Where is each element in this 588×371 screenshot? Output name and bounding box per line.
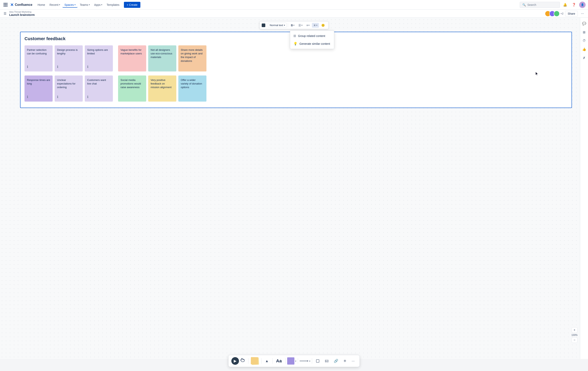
share-button[interactable]: Share: [565, 11, 578, 16]
align-button[interactable]: ≡▾: [305, 23, 311, 28]
nav-templates[interactable]: Templates: [105, 2, 122, 8]
generate-icon: 💡: [294, 42, 297, 46]
right-sidebar: 💬 ⊞ ⏱ 👍 ✗: [580, 18, 588, 359]
link-tool[interactable]: 🔗: [332, 357, 340, 359]
sticky-text: Unclear expectations for ordering: [57, 78, 80, 89]
logo-text: Confluence: [15, 3, 32, 7]
sticky-text: Very positive feedback on mission alignm…: [151, 78, 174, 89]
sticky-text: Offer a wider variety of donation option…: [181, 78, 204, 89]
grid-icon: [4, 3, 7, 7]
divider6: [312, 358, 312, 359]
eraser-tool[interactable]: ▲: [263, 357, 271, 359]
nav-recent[interactable]: Recent▾: [47, 2, 62, 8]
sticky-social-media[interactable]: Social media promotions would raise awar…: [118, 75, 146, 102]
bold-button[interactable]: B▾: [289, 23, 296, 28]
group-content-item[interactable]: ⊞ Group related content: [290, 32, 334, 40]
sticky-vague-benefits[interactable]: Vague benefits for marketplace users: [118, 45, 146, 72]
comment-tool[interactable]: 💬: [581, 20, 588, 27]
top-navigation: ✕ Confluence Home Recent▾ Spaces▾ Teams▾…: [0, 0, 588, 10]
frame-tool[interactable]: [314, 357, 322, 359]
sticky-text: Partner selection can be confusing: [27, 48, 50, 55]
logo-icon: ✕: [10, 2, 14, 7]
info-icon: ℹ: [57, 95, 80, 99]
text-style-select[interactable]: Normal text ▾: [268, 23, 287, 28]
ai-button[interactable]: ✳▾: [312, 23, 319, 28]
generate-content-item[interactable]: 💡 Generate similar content: [290, 40, 334, 48]
nav-links: Home Recent▾ Spaces▾ Teams▾ Apps▾ Templa…: [36, 2, 121, 8]
info-icon: ℹ: [27, 65, 50, 69]
ai-tool[interactable]: ✳: [341, 357, 348, 359]
nav-right: 🔍 Search 🔔 ❓ 👤: [520, 1, 586, 8]
create-button[interactable]: + Create: [124, 2, 140, 8]
zoom-in-button[interactable]: +: [572, 327, 577, 333]
more-options-button[interactable]: ···: [579, 10, 586, 17]
breadcrumb: Idea Thread Marketing Launch brainstorm: [9, 11, 35, 16]
sticky-sizing-options[interactable]: Sizing options are limited ℹ: [85, 45, 113, 72]
notifications-button[interactable]: 🔔: [561, 1, 569, 8]
sticky-text: Vague benefits for marketplace users: [120, 48, 144, 55]
logo[interactable]: ✕ Confluence: [10, 2, 32, 7]
secondary-navigation: ☰ Idea Thread Marketing Launch brainstor…: [0, 10, 588, 18]
breadcrumb-current: Launch brainstorm: [9, 13, 35, 16]
hand-tool[interactable]: [240, 358, 247, 359]
divider2: [261, 358, 262, 359]
sidebar-toggle[interactable]: ☰: [2, 10, 8, 17]
canvas-area[interactable]: Normal text ▾ B▾ ☰▾ ≡▾ ✳▾ 🙂 ⊞ Group rela…: [0, 18, 588, 359]
collaborator-avatars: +2: [545, 11, 564, 17]
divider: [248, 358, 248, 359]
more-tool[interactable]: ···: [350, 357, 357, 359]
collaborator-avatar-3[interactable]: [554, 11, 560, 17]
nav-home[interactable]: Home: [36, 2, 47, 8]
ai-dropdown-menu: ⊞ Group related content 💡 Generate simil…: [290, 31, 334, 49]
zoom-level: 100%: [571, 334, 578, 337]
sec-right: +2 Share ···: [545, 10, 586, 17]
shape-tool[interactable]: ▾: [287, 357, 296, 359]
sticky-eco-materials[interactable]: Not all designers use eco-conscious mate…: [148, 45, 176, 72]
info-icon: ℹ: [87, 95, 110, 99]
text-tool[interactable]: Aa: [274, 357, 284, 359]
sticky-live-chat[interactable]: Customers want live chat ℹ: [85, 75, 113, 102]
sticky-partner-selection[interactable]: Partner selection can be confusing ℹ: [24, 45, 52, 72]
sticky-giving-work[interactable]: Share more details on giving work and th…: [178, 45, 206, 72]
sticky-text: Response times are long: [27, 78, 50, 85]
sticky-text: Design process is lengthy: [57, 48, 80, 55]
avatar-count: +2: [560, 12, 564, 15]
info-icon: ℹ: [87, 65, 110, 69]
info-icon: ℹ: [27, 95, 50, 99]
grid-menu-button[interactable]: [2, 2, 9, 8]
divider2: [288, 23, 288, 27]
stickies-row1: Partner selection can be confusing ℹ Des…: [24, 45, 113, 72]
formatting-toolbar: Normal text ▾ B▾ ☰▾ ≡▾ ✳▾ 🙂: [260, 21, 328, 29]
table-tool[interactable]: ⊞: [581, 29, 587, 36]
sticky-design-process[interactable]: Design process is lengthy ℹ: [55, 45, 83, 72]
zoom-out-button[interactable]: −: [572, 337, 577, 343]
list-button[interactable]: ☰▾: [297, 23, 304, 28]
sticky-text: Share more details on giving work and th…: [181, 48, 204, 63]
play-button[interactable]: ▶: [231, 357, 239, 359]
sticky-unclear-expectations[interactable]: Unclear expectations for ordering ℹ: [55, 75, 83, 102]
stickies-right-row2: Social media promotions would raise awar…: [118, 75, 206, 102]
sticky-donation-options[interactable]: Offer a wider variety of donation option…: [178, 75, 206, 102]
nav-apps[interactable]: Apps▾: [92, 2, 104, 8]
timer-tool[interactable]: ⏱: [581, 37, 588, 44]
sticky-text: Sizing options are limited: [87, 48, 110, 55]
group-icon: ⊞: [294, 34, 296, 38]
avatar[interactable]: 👤: [579, 2, 586, 8]
breadcrumb-parent: Idea Thread Marketing: [9, 11, 35, 13]
cross-tool[interactable]: ✗: [581, 54, 587, 62]
divider3: [272, 358, 273, 359]
sticky-response-times[interactable]: Response times are long ℹ: [24, 75, 52, 102]
search-icon: 🔍: [522, 3, 526, 6]
sticky-note-tool[interactable]: [250, 357, 260, 359]
help-button[interactable]: ❓: [570, 1, 578, 8]
vote-tool[interactable]: 👍: [581, 46, 588, 53]
emoji-button[interactable]: 🙂: [320, 23, 326, 28]
nav-teams[interactable]: Teams▾: [78, 2, 92, 8]
sticky-mission-alignment[interactable]: Very positive feedback on mission alignm…: [148, 75, 176, 102]
sticky-text: Not all designers use eco-conscious mate…: [151, 48, 174, 59]
nav-spaces[interactable]: Spaces▾: [63, 2, 77, 8]
color-picker[interactable]: [262, 23, 265, 27]
search-box[interactable]: 🔍 Search: [520, 2, 560, 8]
zoom-controls: + 100% −: [571, 327, 578, 343]
stamp-tool[interactable]: 🖂: [323, 357, 331, 359]
